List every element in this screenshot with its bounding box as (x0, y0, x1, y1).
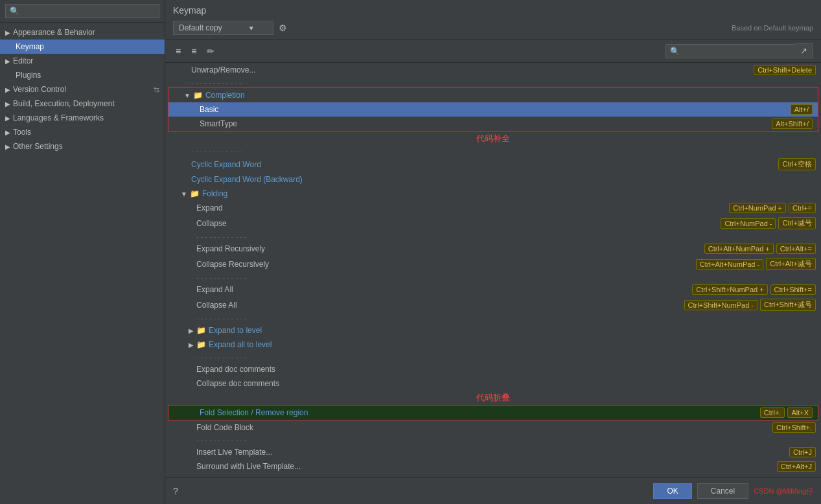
sidebar-item-label: Keymap (16, 42, 44, 51)
sidebar-item-build[interactable]: ▶ Build, Execution, Deployment (0, 97, 165, 111)
expand-arrow-other: ▶ (5, 143, 10, 150)
separator: - - - - - - - - - - - - (165, 313, 821, 323)
sidebar-search-input[interactable] (5, 4, 159, 18)
toolbar-search-button[interactable]: ↗ (795, 43, 813, 58)
expand-arrow-tools: ▶ (5, 129, 10, 136)
annotation-completion: 代码补全 (165, 132, 821, 146)
folder-icon: 📁 (193, 91, 203, 100)
item-label: Fold Code Block (196, 423, 772, 432)
sidebar-item-plugins[interactable]: Plugins (0, 68, 165, 82)
expand-arrow: ▶ (189, 327, 194, 334)
shortcut-badge: Alt+Shift+/ (772, 119, 813, 129)
shortcut-badge-2: Ctrl+减号 (778, 217, 816, 229)
item-label: Folding (202, 189, 816, 198)
list-item-insert-live[interactable]: Insert Live Template... Ctrl+J (165, 445, 821, 459)
shortcut-badge: Alt+/ (791, 104, 813, 115)
item-label: Collapse Recursively (196, 260, 696, 269)
item-shortcut: Ctrl+Alt+J (777, 461, 816, 472)
sidebar-item-editor[interactable]: ▶ Editor (0, 54, 165, 68)
shortcut-badge-2: Ctrl+Alt+减号 (766, 258, 816, 270)
toolbar: ≡ ≡ ✏ ↗ (165, 40, 821, 63)
toolbar-edit-btn[interactable]: ✏ (204, 45, 217, 58)
shortcut-badge: Ctrl+空格 (778, 158, 816, 170)
sidebar-item-label: Appearance & Behavior (13, 28, 95, 37)
list-item-expand-to-level[interactable]: ▶ 📁 Expand to level (165, 323, 821, 338)
item-label: Fold Selection / Remove region (200, 408, 760, 417)
sidebar-item-tools[interactable]: ▶ Tools (0, 125, 165, 139)
item-label: Expand (196, 203, 729, 212)
help-button[interactable]: ? (173, 486, 178, 496)
shortcut-badge: Ctrl+Alt+NumPad + (704, 244, 774, 254)
item-shortcut: Ctrl+Alt+NumPad + Ctrl+Alt+= (704, 244, 816, 254)
sidebar-item-languages[interactable]: ▶ Languages & Frameworks (0, 111, 165, 125)
list-item-smarttype[interactable]: SmartType Alt+Shift+/ (168, 117, 818, 131)
item-label: Cyclic Expand Word (Backward) (191, 175, 816, 184)
expand-arrow-editor: ▶ (5, 58, 10, 65)
separator: - - - - - - - - - - - - (165, 272, 821, 282)
item-label: Basic (200, 105, 791, 114)
keymap-select[interactable]: Default copy ▼ (173, 21, 273, 35)
item-label: Unwrap/Remove... (191, 65, 754, 74)
shortcut-badge: Ctrl+Alt+NumPad - (696, 259, 763, 269)
shortcut-badge: Ctrl+Shift+Delete (754, 65, 816, 75)
sidebar-item-keymap[interactable]: Keymap (0, 40, 165, 54)
separator: - - - - - - - - - - - - (165, 231, 821, 242)
shortcut-badge-2: Ctrl+Shift+= (770, 284, 816, 295)
sidebar-item-version-control[interactable]: ▶ Version Control ⇆ (0, 82, 165, 97)
item-shortcut: Ctrl+. Alt+X (760, 407, 813, 418)
list-item-expand-all[interactable]: Expand All Ctrl+Shift+NumPad + Ctrl+Shif… (165, 282, 821, 297)
separator: - - - - - - - - - - - - (165, 435, 821, 445)
main-content: Keymap Default copy ▼ ⚙ Based on Default… (165, 0, 821, 504)
shortcut-badge: Ctrl+. (760, 407, 785, 418)
shortcut-badge: Ctrl+Shift+. (772, 422, 816, 433)
sidebar-item-label: Plugins (16, 71, 41, 80)
sidebar-item-other[interactable]: ▶ Other Settings (0, 139, 165, 154)
gear-button[interactable]: ⚙ (279, 23, 287, 33)
list-item-cyclic-expand[interactable]: Cyclic Expand Word Ctrl+空格 (165, 156, 821, 172)
list-item-surround-live[interactable]: Surround with Live Template... Ctrl+Alt+… (165, 459, 821, 474)
expand-arrow-build: ▶ (5, 100, 10, 108)
expand-arrow: ▶ (189, 341, 194, 349)
list-item-collapse-doc[interactable]: Collapse doc comments (165, 376, 821, 391)
sidebar-item-label: Build, Execution, Deployment (13, 99, 115, 108)
list-item-cyclic-expand-backward[interactable]: Cyclic Expand Word (Backward) (165, 172, 821, 187)
list-item-expand-doc[interactable]: Expand doc comments (165, 362, 821, 376)
list-item-collapse-recursively[interactable]: Collapse Recursively Ctrl+Alt+NumPad - C… (165, 256, 821, 272)
cancel-button[interactable]: Cancel (697, 483, 748, 499)
shortcut-badge-2: Ctrl+Alt+= (776, 244, 816, 254)
dropdown-arrow-icon: ▼ (248, 25, 255, 32)
list-item-expand[interactable]: Expand Ctrl+NumPad + Ctrl+= (165, 201, 821, 215)
list-item-expand-all-to-level[interactable]: ▶ 📁 Expand all to level (165, 338, 821, 352)
shortcut-badge: Ctrl+J (789, 447, 816, 457)
watermark-label: CSDN @MiMing仔 (754, 487, 813, 496)
ok-button[interactable]: OK (653, 483, 691, 499)
sync-icon: ⇆ (154, 86, 159, 94)
sidebar-item-appearance[interactable]: ▶ Appearance & Behavior (0, 25, 165, 40)
expand-arrow-appearance: ▶ (5, 29, 10, 36)
toolbar-list-btn[interactable]: ≡ (189, 45, 199, 58)
list-item-basic[interactable]: Basic Alt+/ (168, 102, 818, 117)
item-label: Surround with Live Template... (196, 462, 777, 471)
item-label: Completion (205, 91, 813, 100)
content-title: Keymap (173, 5, 813, 16)
toolbar-align-btn[interactable]: ≡ (173, 45, 183, 58)
list-item-completion[interactable]: ▼ 📁 Completion (168, 88, 818, 102)
toolbar-search-input[interactable] (665, 44, 795, 58)
list-item-expand-recursively[interactable]: Expand Recursively Ctrl+Alt+NumPad + Ctr… (165, 242, 821, 256)
item-shortcut: Ctrl+空格 (778, 158, 816, 170)
sidebar-item-label: Other Settings (13, 142, 63, 151)
item-shortcut: Alt+Shift+/ (772, 119, 813, 129)
item-label: Collapse All (196, 301, 684, 310)
shortcut-badge: Ctrl+NumPad - (721, 218, 776, 229)
list-item-collapse-all[interactable]: Collapse All Ctrl+Shift+NumPad - Ctrl+Sh… (165, 297, 821, 313)
sidebar-search-container (0, 0, 165, 23)
sidebar-item-label: Tools (13, 128, 31, 137)
expand-arrow: ▼ (184, 92, 191, 99)
list-item-folding[interactable]: ▼ 📁 Folding (165, 187, 821, 201)
list-item-unwrap[interactable]: Unwrap/Remove... Ctrl+Shift+Delete (165, 63, 821, 77)
list-item-fold-code-block[interactable]: Fold Code Block Ctrl+Shift+. (165, 420, 821, 435)
list-item-collapse[interactable]: Collapse Ctrl+NumPad - Ctrl+减号 (165, 215, 821, 231)
expand-arrow: ▼ (181, 190, 187, 198)
item-label: Expand doc comments (196, 365, 816, 374)
list-item-fold-selection[interactable]: Fold Selection / Remove region Ctrl+. Al… (168, 406, 818, 420)
